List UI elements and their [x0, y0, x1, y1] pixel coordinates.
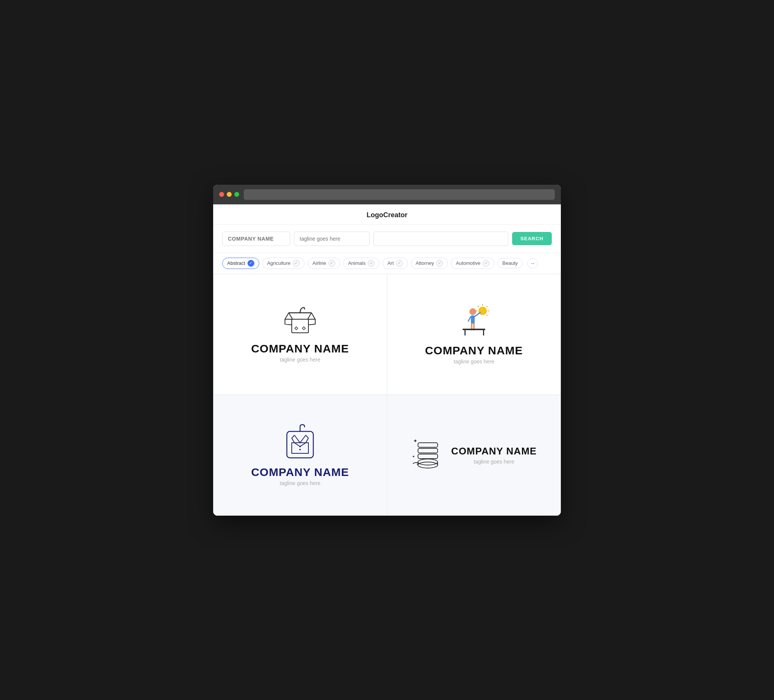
logo-3-tagline: tagline goes here [280, 480, 320, 486]
svg-marker-8 [295, 327, 298, 330]
svg-line-22 [468, 317, 471, 321]
svg-line-12 [486, 306, 488, 307]
app-content: LogoCreator SEARCH Abstract ✓ Agricultur… [213, 205, 561, 516]
svg-rect-5 [292, 319, 308, 333]
maximize-button[interactable] [234, 192, 239, 197]
category-animals-check: ✓ [368, 260, 375, 267]
search-bar: SEARCH [213, 225, 561, 253]
category-art-label: Art [387, 260, 394, 266]
logo-4-text-group: COMPANY NAME tagline goes here [451, 446, 537, 465]
category-airline-label: Airline [313, 260, 326, 266]
url-input[interactable] [374, 231, 508, 246]
svg-line-1 [285, 313, 289, 319]
logo-1-icon [281, 306, 319, 336]
minimize-button[interactable] [227, 192, 232, 197]
logo-4-tagline: tagline goes here [451, 459, 537, 465]
logo-item-4[interactable]: ✦ ✦ [387, 395, 561, 516]
logo-item-2[interactable]: COMPANY NAME tagline goes here [387, 274, 561, 395]
category-abstract[interactable]: Abstract ✓ [222, 258, 259, 269]
address-bar[interactable] [244, 189, 555, 200]
category-agriculture[interactable]: Agriculture ✓ [262, 258, 304, 269]
category-art-check: ✓ [396, 260, 403, 267]
logo-item-1[interactable]: COMPANY NAME tagline goes here [213, 274, 387, 395]
logo-item-3[interactable]: COMPANY NAME tagline goes here [213, 395, 387, 516]
svg-line-14 [486, 315, 488, 316]
svg-rect-26 [287, 431, 313, 458]
search-button[interactable]: SEARCH [512, 232, 552, 245]
category-airline[interactable]: Airline ✓ [308, 258, 340, 269]
svg-rect-24 [465, 330, 466, 335]
category-art[interactable]: Art ✓ [382, 258, 408, 269]
category-automotive-check: ✓ [483, 260, 490, 267]
category-beauty-label: Beauty [502, 260, 518, 266]
browser-window: LogoCreator SEARCH Abstract ✓ Agricultur… [213, 185, 561, 516]
logo-4-icon: ✦ ✦ [411, 435, 445, 469]
logo-3-icon [281, 424, 319, 460]
category-bar: Abstract ✓ Agriculture ✓ Airline ✓ Anima… [213, 253, 561, 274]
svg-marker-7 [308, 319, 315, 325]
category-automotive-label: Automotive [456, 260, 480, 266]
app-header: LogoCreator [213, 205, 561, 225]
logo-2-icon [453, 304, 495, 338]
category-next-button[interactable]: → [527, 258, 538, 269]
svg-rect-25 [483, 330, 484, 335]
svg-point-10 [479, 307, 486, 315]
logo-4-company-name: COMPANY NAME [451, 446, 537, 457]
svg-rect-18 [471, 315, 475, 324]
logo-1-tagline: tagline goes here [280, 357, 320, 363]
category-airline-check: ✓ [328, 260, 335, 267]
logo-2-company-name: COMPANY NAME [425, 344, 523, 357]
category-animals-label: Animals [348, 260, 366, 266]
svg-point-17 [470, 308, 476, 315]
svg-line-15 [478, 306, 479, 307]
logo-grid: COMPANY NAME tagline goes here [213, 274, 561, 516]
category-beauty[interactable]: Beauty [497, 258, 522, 268]
svg-rect-23 [463, 329, 485, 330]
logo-2-tagline: tagline goes here [453, 358, 494, 365]
category-attorney[interactable]: Attorney ✓ [411, 258, 448, 269]
browser-chrome [213, 185, 561, 205]
logo-1-company-name: COMPANY NAME [251, 342, 349, 355]
svg-line-2 [289, 313, 293, 319]
svg-point-28 [299, 449, 301, 450]
app-title: LogoCreator [367, 211, 407, 219]
category-abstract-label: Abstract [227, 260, 245, 266]
category-attorney-label: Attorney [416, 260, 434, 266]
svg-point-27 [299, 446, 301, 447]
close-button[interactable] [219, 192, 224, 197]
svg-line-4 [311, 313, 315, 319]
svg-rect-31 [418, 448, 438, 453]
svg-text:✦: ✦ [412, 454, 415, 459]
category-agriculture-label: Agriculture [267, 260, 291, 266]
category-abstract-check: ✓ [248, 260, 254, 267]
svg-line-3 [308, 313, 311, 319]
svg-text:✦: ✦ [413, 438, 418, 444]
category-animals[interactable]: Animals ✓ [343, 258, 379, 269]
category-attorney-check: ✓ [436, 260, 443, 267]
svg-rect-32 [418, 454, 438, 459]
tagline-input[interactable] [294, 231, 370, 246]
svg-marker-9 [303, 327, 305, 330]
company-name-input[interactable] [222, 231, 290, 246]
svg-rect-30 [418, 443, 438, 447]
category-automotive[interactable]: Automotive ✓ [451, 258, 495, 269]
svg-marker-6 [285, 319, 292, 325]
category-agriculture-check: ✓ [293, 260, 300, 267]
logo-3-company-name: COMPANY NAME [251, 466, 349, 479]
traffic-lights [219, 192, 239, 197]
